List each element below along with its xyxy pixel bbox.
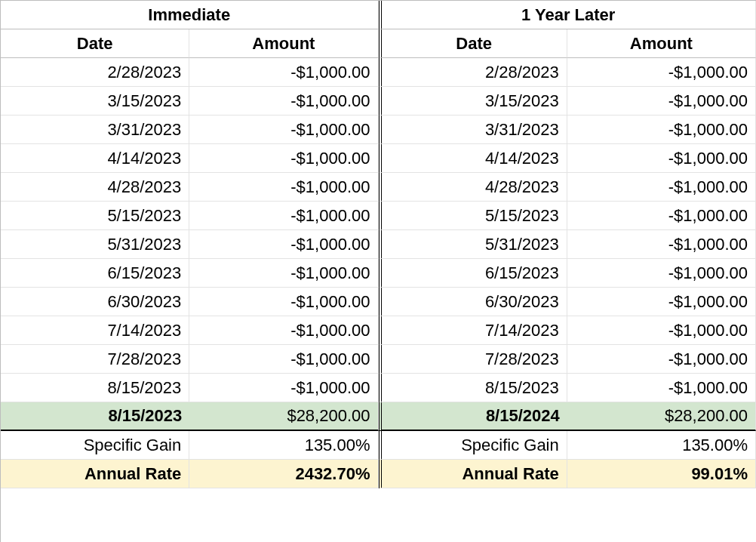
table-cell: -$1,000.00 (189, 115, 378, 144)
table-cell: 5/31/2023 (1, 230, 189, 259)
table-cell: -$1,000.00 (567, 316, 756, 345)
table-cell: -$1,000.00 (189, 374, 378, 402)
table-cell: -$1,000.00 (189, 230, 378, 259)
right-annual-rate-label: Annual Rate (379, 460, 567, 488)
table-cell: 6/30/2023 (379, 288, 567, 316)
left-specific-gain-value: 135.00% (189, 431, 378, 460)
table-cell: -$1,000.00 (567, 87, 756, 115)
table-cell: -$1,000.00 (567, 144, 756, 173)
left-annual-rate-label: Annual Rate (1, 460, 189, 488)
right-annual-rate-value: 99.01% (567, 460, 756, 488)
table-cell: 2/28/2023 (1, 58, 189, 87)
left-section-title: Immediate (1, 1, 379, 29)
table-cell: -$1,000.00 (189, 345, 378, 374)
table-cell: 3/15/2023 (379, 87, 567, 115)
left-payout-date: 8/15/2023 (1, 402, 189, 431)
table-cell: -$1,000.00 (189, 288, 378, 316)
table-cell: 5/15/2023 (1, 202, 189, 230)
table-cell: -$1,000.00 (567, 115, 756, 144)
right-header-amount: Amount (567, 29, 756, 58)
table-cell: 7/28/2023 (379, 345, 567, 374)
right-specific-gain-label: Specific Gain (379, 431, 567, 460)
table-cell: 7/14/2023 (379, 316, 567, 345)
table-cell: -$1,000.00 (189, 58, 378, 87)
table-cell: 3/31/2023 (1, 115, 189, 144)
left-annual-rate-value: 2432.70% (189, 460, 378, 488)
table-cell: -$1,000.00 (567, 374, 756, 402)
table-cell: -$1,000.00 (567, 173, 756, 202)
right-payout-date: 8/15/2024 (379, 402, 567, 431)
table-cell: -$1,000.00 (189, 316, 378, 345)
right-payout-amount: $28,200.00 (567, 402, 756, 431)
right-specific-gain-value: 135.00% (567, 431, 756, 460)
left-payout-amount: $28,200.00 (189, 402, 378, 431)
table-cell: 6/15/2023 (1, 259, 189, 288)
right-header-date: Date (379, 29, 567, 58)
table-cell: 8/15/2023 (1, 374, 189, 402)
table-cell: 4/14/2023 (1, 144, 189, 173)
table-cell: -$1,000.00 (567, 230, 756, 259)
table-cell: 5/15/2023 (379, 202, 567, 230)
table-cell: 4/28/2023 (379, 173, 567, 202)
table-cell: 5/31/2023 (379, 230, 567, 259)
table-cell: 8/15/2023 (379, 374, 567, 402)
table-cell: 6/30/2023 (1, 288, 189, 316)
table-cell: 7/14/2023 (1, 316, 189, 345)
table-cell: -$1,000.00 (567, 58, 756, 87)
comparison-table: Immediate 1 Year Later Date Amount Date … (0, 0, 756, 542)
right-section-title: 1 Year Later (379, 1, 757, 29)
table-cell: -$1,000.00 (189, 87, 378, 115)
table-cell: 2/28/2023 (379, 58, 567, 87)
table-cell: 6/15/2023 (379, 259, 567, 288)
table-cell: 4/14/2023 (379, 144, 567, 173)
table-cell: -$1,000.00 (189, 202, 378, 230)
table-cell: -$1,000.00 (567, 202, 756, 230)
table-cell: -$1,000.00 (189, 259, 378, 288)
left-header-amount: Amount (189, 29, 378, 58)
table-cell: -$1,000.00 (567, 288, 756, 316)
table-cell: 3/15/2023 (1, 87, 189, 115)
table-cell: -$1,000.00 (567, 259, 756, 288)
table-cell: 7/28/2023 (1, 345, 189, 374)
table-cell: -$1,000.00 (567, 345, 756, 374)
table-cell: -$1,000.00 (189, 144, 378, 173)
table-cell: -$1,000.00 (189, 173, 378, 202)
left-specific-gain-label: Specific Gain (1, 431, 189, 460)
left-header-date: Date (1, 29, 189, 58)
table-cell: 4/28/2023 (1, 173, 189, 202)
table-cell: 3/31/2023 (379, 115, 567, 144)
